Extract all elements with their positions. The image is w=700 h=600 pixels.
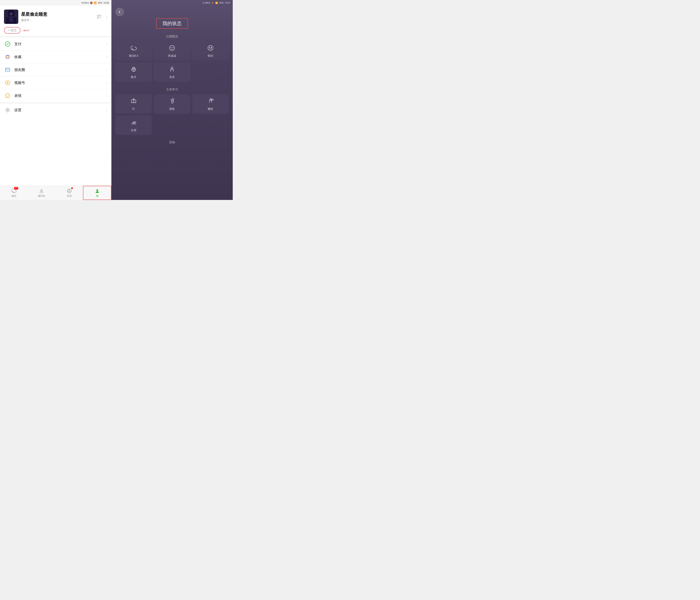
channels-arrow-icon: › [106,81,107,84]
menu-item-channels[interactable]: 视频号 › [0,76,111,89]
wechat8-label: 微信8.0 [129,54,138,58]
nav-item-discover[interactable]: 发现 [55,186,83,200]
battery-right: 45% [219,2,224,4]
svg-marker-22 [7,82,9,84]
svg-rect-16 [100,18,100,18]
status-card-banzhan[interactable]: 搬砖 [192,94,229,114]
status-card-busy[interactable]: 忙 [116,94,152,114]
back-button[interactable] [116,7,124,16]
wechat-nav-label: 微信 [11,194,16,198]
work-grid: 忙 [116,94,229,135]
red-arrow-icon: ⟸ [23,28,30,33]
pay-label: 支付 [14,42,106,46]
menu-item-pay[interactable]: 支付 › [0,38,111,50]
mood-grid: 微信8.0 美滋滋 [116,41,229,82]
svg-point-38 [173,47,173,48]
moments-icon [4,66,11,73]
svg-rect-10 [98,18,98,18]
svg-point-27 [41,190,42,191]
moyu-icon [169,98,175,106]
thick-divider-top [0,36,111,38]
nav-item-wechat[interactable]: 47 微信 [0,186,28,200]
banzhan-label: 搬砖 [208,107,213,111]
banzhan-icon [207,98,214,106]
chuchai-icon [130,119,137,127]
status-card-shuyang[interactable]: 数羊 [116,62,152,82]
status-card-yukun[interactable]: 郁闷 [192,41,229,60]
svg-point-42 [132,68,136,71]
meizizi-icon [169,45,175,52]
status-bar-right: 0.10K/s 🔇 📶 45% 13:57 [111,0,233,5]
svg-point-45 [134,69,135,70]
svg-point-39 [208,45,213,51]
menu-item-moments[interactable]: 朋友圈 › [0,64,111,76]
time-right: 13:57 [225,2,230,4]
menu-list: 支付 › 收藏 › 朋友圈 [0,38,111,116]
contacts-nav-icon [39,188,44,194]
svg-point-35 [97,190,98,191]
profile-row[interactable]: 星星偷走睡意 微信号： › [4,9,107,24]
me-nav-label: 我 [96,194,98,198]
status-button[interactable]: + 状态 [4,27,21,34]
menu-item-stickers[interactable]: 表情 › [0,89,111,102]
chuchai-label: 出差 [131,128,136,132]
svg-point-40 [209,47,210,48]
svg-point-3 [9,12,13,16]
svg-rect-12 [99,17,100,18]
status-card-meizizi[interactable]: 美滋滋 [154,41,190,60]
favorites-icon [4,53,11,60]
menu-item-settings[interactable]: 设置 › [0,104,111,116]
busy-label: 忙 [132,107,135,111]
pay-arrow-icon: › [106,42,107,46]
work-section-label: 工作学习 [116,88,229,92]
status-card-moyu[interactable]: 摸鱼 [154,94,190,114]
wifi-icon-right: 📶 [215,2,218,4]
svg-rect-14 [99,18,100,18]
title-row: 我的状态 [111,16,233,33]
settings-icon [4,106,11,114]
yukun-icon [207,45,214,52]
time-left: 13:56 [103,2,109,4]
status-card-wechat8[interactable]: 微信8.0 [116,41,152,60]
svg-point-57 [210,98,211,100]
channels-icon [4,79,11,86]
nav-item-contacts[interactable]: 通讯录 [28,186,55,200]
profile-chevron-icon: › [106,15,107,19]
wechat8-icon [130,45,137,52]
shuyang-icon [130,66,137,74]
channels-label: 视频号 [14,80,106,85]
discover-nav-icon [67,188,72,194]
yukun-label: 郁闷 [208,54,213,58]
status-button-row: + 状态 ⟸ [4,27,107,34]
svg-rect-15 [100,18,101,18]
qr-icon [96,14,102,20]
status-card-fazha[interactable]: 发呆 [154,62,190,82]
wifi-icon: 📶 [94,2,97,4]
network-speed-right: 0.10K/s [203,2,210,4]
page-title: 我的状态 [162,21,182,26]
svg-point-48 [171,67,173,69]
page-title-box: 我的状态 [156,18,188,29]
mood-section-label: 心情想法 [116,34,229,39]
status-card-chuchai[interactable]: 出差 [116,116,152,135]
network-speed-left: 0.01K/s [81,2,89,4]
stickers-arrow-icon: › [106,94,107,98]
moments-arrow-icon: › [106,68,107,72]
busy-icon [130,98,137,106]
svg-point-41 [211,47,212,48]
fazha-icon [169,66,175,74]
svg-point-24 [6,95,7,96]
svg-point-56 [172,103,172,104]
nav-item-me[interactable]: 我 [83,186,111,200]
right-panel: 0.10K/s 🔇 📶 45% 13:57 我的状态 心情想法 [111,0,233,200]
left-panel: 0.01K/s 🔇 📶 45% 13:56 [0,0,111,200]
svg-point-30 [69,191,70,192]
meizizi-label: 美滋滋 [168,54,176,58]
wechat-id: 微信号： [21,19,94,22]
svg-point-36 [170,45,175,51]
svg-line-54 [171,99,172,101]
svg-rect-8 [98,15,98,16]
menu-item-favorites[interactable]: 收藏 › [0,51,111,63]
right-content: 我的状态 心情想法 微信8.0 [111,5,233,200]
profile-name: 星星偷走睡意 [21,11,94,17]
